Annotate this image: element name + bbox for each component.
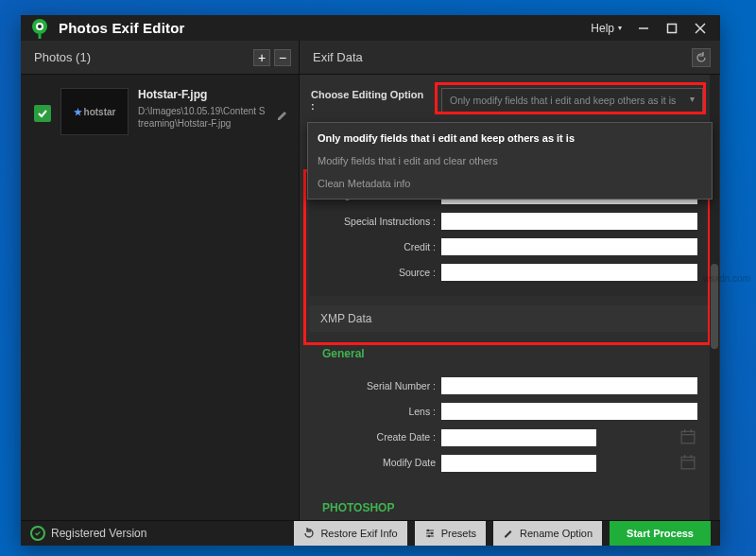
main-header: Exif Data (300, 41, 720, 75)
special-instructions-input[interactable] (441, 213, 697, 230)
field-label: Source : (309, 267, 441, 278)
field-label: Lens : (309, 406, 441, 417)
svg-rect-11 (681, 457, 695, 469)
source-input[interactable] (441, 264, 697, 281)
photo-filepath: D:\Images\10.05.19\Content Streaming\Hot… (138, 105, 266, 130)
pencil-icon (503, 528, 514, 539)
app-window: Photos Exif Editor Help ▾ Photos (1) + −… (21, 15, 720, 546)
field-label: Serial Number : (309, 380, 441, 391)
app-logo-icon (28, 17, 51, 40)
calendar-icon[interactable] (680, 429, 696, 444)
dropdown-item[interactable]: Clean Metadata info (308, 172, 712, 195)
editing-option-dropdown: Only modify fields that i edit and keep … (307, 122, 713, 200)
main-panel: Exif Data Choose Editing Option : Only m… (300, 41, 720, 520)
titlebar: Photos Exif Editor Help ▾ (21, 15, 720, 41)
editing-option-select[interactable]: Only modify fields that i edit and keep … (441, 88, 703, 113)
photo-thumbnail: hotstar (60, 88, 129, 135)
rename-option-button[interactable]: Rename Option (493, 521, 602, 546)
app-title: Photos Exif Editor (59, 20, 185, 36)
rename-label: Rename Option (520, 528, 593, 539)
svg-point-18 (427, 530, 429, 531)
bottom-bar: Registered Version Restore Exif Info Pre… (21, 520, 720, 546)
sidebar: Photos (1) + − hotstar Hotstar-F.jpg D:\… (21, 41, 300, 520)
modify-date-input[interactable] (441, 455, 596, 472)
xmp-section-header: XMP Data (309, 305, 711, 332)
registered-label: Registered Version (51, 527, 146, 540)
close-button[interactable] (688, 16, 713, 41)
remove-photo-button[interactable]: − (274, 49, 291, 66)
field-label: Special Instructions : (309, 216, 441, 227)
chevron-down-icon: ▾ (618, 24, 622, 32)
xmp-general-fields: Serial Number : Lens : Create Date : (309, 366, 711, 486)
photo-filename: Hotstar-F.jpg (138, 88, 266, 101)
svg-point-20 (428, 535, 430, 537)
checkbox-checked-icon[interactable] (34, 105, 51, 122)
sidebar-header: Photos (1) + − (21, 41, 299, 75)
calendar-icon[interactable] (680, 455, 696, 470)
photo-list-item[interactable]: hotstar Hotstar-F.jpg D:\Images\10.05.19… (21, 75, 299, 149)
group-general: General (309, 338, 720, 366)
refresh-button[interactable] (692, 48, 711, 67)
body: Photos (1) + − hotstar Hotstar-F.jpg D:\… (21, 41, 720, 520)
serial-number-input[interactable] (441, 377, 697, 394)
help-menu[interactable]: Help ▾ (585, 18, 627, 39)
main-header-title: Exif Data (313, 50, 363, 64)
svg-point-2 (38, 25, 42, 28)
create-date-input[interactable] (441, 429, 596, 446)
maximize-button[interactable] (660, 16, 684, 41)
lens-input[interactable] (441, 403, 697, 420)
restore-label: Restore Exif Info (320, 528, 397, 539)
dropdown-item[interactable]: Modify fields that i edit and clear othe… (308, 149, 712, 172)
restore-exif-button[interactable]: Restore Exif Info (294, 521, 406, 546)
field-label: Modify Date (309, 457, 441, 468)
minimize-button[interactable] (631, 16, 656, 41)
sliders-icon (424, 528, 436, 539)
field-label: Credit : (309, 241, 441, 252)
photo-meta: Hotstar-F.jpg D:\Images\10.05.19\Content… (138, 88, 266, 130)
photos-count: Photos (1) (34, 50, 249, 64)
svg-rect-4 (668, 24, 677, 32)
check-circle-icon (30, 526, 45, 541)
svg-rect-7 (681, 431, 695, 443)
restore-icon (303, 528, 315, 539)
dropdown-item[interactable]: Only modify fields that i edit and keep … (308, 127, 712, 149)
add-photo-button[interactable]: + (253, 49, 270, 66)
presets-label: Presets (441, 528, 476, 539)
watermark: wsxdn.com (703, 273, 750, 284)
start-label: Start Process (627, 528, 694, 539)
svg-point-19 (431, 532, 433, 534)
help-label: Help (591, 22, 614, 35)
choose-editing-label: Choose Editing Option : (307, 89, 428, 112)
start-process-button[interactable]: Start Process (610, 521, 711, 546)
registered-status: Registered Version (30, 526, 146, 541)
edit-icon[interactable] (276, 109, 289, 126)
main-content: Choose Editing Option : Only modify fiel… (300, 75, 720, 520)
field-label: Create Date : (309, 431, 441, 443)
select-value: Only modify fields that i edit and keep … (450, 95, 676, 106)
presets-button[interactable]: Presets (415, 521, 486, 546)
credit-input[interactable] (441, 238, 697, 255)
choose-editing-row: Choose Editing Option : Only modify fiel… (300, 75, 720, 126)
group-photoshop: PHOTOSHOP (309, 492, 720, 520)
